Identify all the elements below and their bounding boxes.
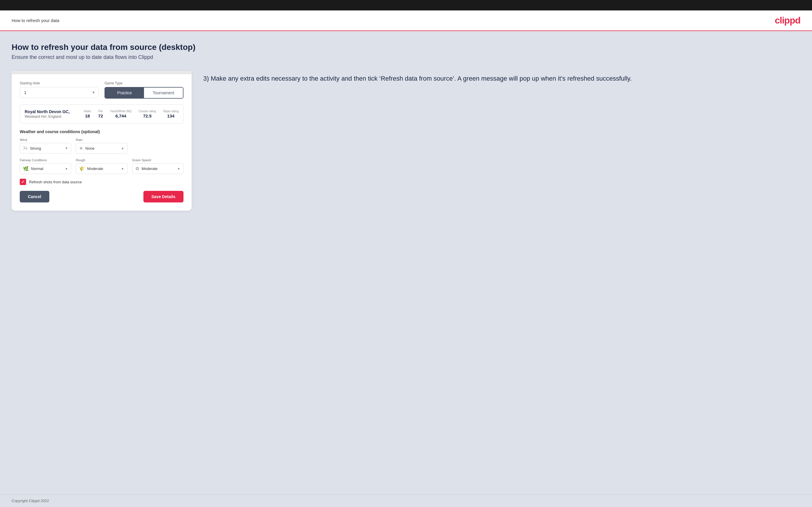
yards-label: Yards/White (M)) [110, 110, 132, 113]
starting-hole-label: Starting Hole [20, 81, 99, 85]
fairway-arrow-icon: ▼ [65, 167, 68, 171]
footer: Copyright Clippd 2022 [0, 494, 812, 507]
copyright-text: Copyright Clippd 2022 [12, 499, 49, 503]
game-type-buttons: Practice Tournament [104, 87, 184, 99]
fairway-label: Fairway Conditions [20, 158, 71, 162]
rain-dropdown[interactable]: ☀ None ▼ [76, 143, 127, 154]
fairway-value: Normal [31, 167, 65, 171]
wind-icon: 🌬 [23, 146, 28, 151]
rain-value: None [85, 146, 121, 151]
course-name: Royal North Devon GC, [25, 109, 70, 114]
fairway-dropdown[interactable]: 🌿 Normal ▼ [20, 163, 71, 174]
stat-yards: Yards/White (M)) 6,744 [110, 110, 132, 118]
course-rating-label: Course rating [139, 110, 156, 113]
rough-group: Rough 🌾 Moderate ▼ [76, 158, 127, 174]
course-info-box: Royal North Devon GC, Westward Ho!, Engl… [20, 104, 184, 123]
stat-course-rating: Course rating 72.5 [139, 110, 156, 118]
practice-button[interactable]: Practice [105, 88, 144, 98]
placeholder-group [132, 138, 184, 154]
conditions-row-1: Wind 🌬 Strong ▼ Rain ☀ None ▼ [20, 138, 184, 154]
par-value: 72 [98, 113, 103, 118]
course-name-group: Royal North Devon GC, Westward Ho!, Engl… [25, 109, 70, 119]
fairway-group: Fairway Conditions 🌿 Normal ▼ [20, 158, 71, 174]
green-speed-icon: ⚙ [135, 166, 139, 171]
form-card: Starting Hole 1 ▼ Game Type Practice Tou… [12, 71, 192, 211]
card-top-strip [12, 71, 192, 74]
green-speed-value: Moderate [142, 167, 177, 171]
rough-value: Moderate [87, 167, 121, 171]
green-speed-arrow-icon: ▼ [177, 167, 180, 171]
rough-arrow-icon: ▼ [121, 167, 124, 171]
green-speed-group: Green Speed ⚙ Moderate ▼ [132, 158, 184, 174]
cancel-button[interactable]: Cancel [20, 191, 49, 203]
page-heading: How to refresh your data from source (de… [12, 43, 800, 52]
stat-par: Par 72 [98, 110, 103, 118]
wind-group: Wind 🌬 Strong ▼ [20, 138, 71, 154]
holes-value: 18 [85, 113, 90, 118]
button-row: Cancel Save Details [20, 191, 184, 203]
starting-hole-select[interactable]: 1 [20, 87, 99, 98]
rough-icon: 🌾 [79, 166, 85, 171]
wind-value: Strong [30, 146, 65, 151]
stat-holes: Holes 18 [84, 110, 92, 118]
stat-slope-rating: Slope rating 134 [163, 110, 179, 118]
green-speed-dropdown[interactable]: ⚙ Moderate ▼ [132, 163, 184, 174]
rain-label: Rain [76, 138, 127, 142]
fairway-icon: 🌿 [23, 166, 29, 171]
logo: clippd [775, 15, 800, 26]
refresh-checkbox[interactable]: ✓ [20, 179, 26, 185]
wind-arrow-icon: ▼ [65, 147, 68, 150]
header-title: How to refresh your data [12, 18, 59, 23]
slope-rating-label: Slope rating [163, 110, 179, 113]
description-text: 3) Make any extra edits necessary to the… [203, 74, 800, 83]
starting-hole-group: Starting Hole 1 ▼ [20, 81, 99, 99]
refresh-checkbox-row: ✓ Refresh shots from data source [20, 179, 184, 185]
course-location: Westward Ho!, England [25, 115, 70, 119]
wind-label: Wind [20, 138, 71, 142]
conditions-row-2: Fairway Conditions 🌿 Normal ▼ Rough 🌾 Mo… [20, 158, 184, 174]
rain-group: Rain ☀ None ▼ [76, 138, 127, 154]
refresh-label: Refresh shots from data source [29, 180, 82, 184]
weather-section-title: Weather and course conditions (optional) [20, 129, 184, 134]
holes-label: Holes [84, 110, 92, 113]
rough-label: Rough [76, 158, 127, 162]
top-bar [0, 0, 812, 10]
starting-hole-select-wrapper[interactable]: 1 ▼ [20, 87, 99, 98]
page-subheading: Ensure the correct and most up to date d… [12, 54, 800, 60]
course-rating-value: 72.5 [143, 113, 152, 118]
save-button[interactable]: Save Details [143, 191, 184, 203]
right-description: 3) Make any extra edits necessary to the… [203, 71, 800, 83]
rain-arrow-icon: ▼ [121, 147, 124, 150]
yards-value: 6,744 [115, 113, 126, 118]
rough-dropdown[interactable]: 🌾 Moderate ▼ [76, 163, 127, 174]
checkmark-icon: ✓ [21, 179, 25, 184]
game-type-group: Game Type Practice Tournament [104, 81, 184, 99]
slope-rating-value: 134 [167, 113, 174, 118]
green-speed-label: Green Speed [132, 158, 184, 162]
header: How to refresh your data clippd [0, 10, 812, 31]
game-type-label: Game Type [104, 81, 184, 85]
rain-icon: ☀ [79, 146, 83, 151]
form-row-top: Starting Hole 1 ▼ Game Type Practice Tou… [20, 81, 184, 99]
tournament-button[interactable]: Tournament [144, 88, 183, 98]
main-content: How to refresh your data from source (de… [0, 31, 812, 494]
course-stats: Holes 18 Par 72 Yards/White (M)) 6,744 C… [84, 110, 179, 118]
par-label: Par [98, 110, 103, 113]
content-row: Starting Hole 1 ▼ Game Type Practice Tou… [12, 71, 800, 211]
wind-dropdown[interactable]: 🌬 Strong ▼ [20, 143, 71, 154]
